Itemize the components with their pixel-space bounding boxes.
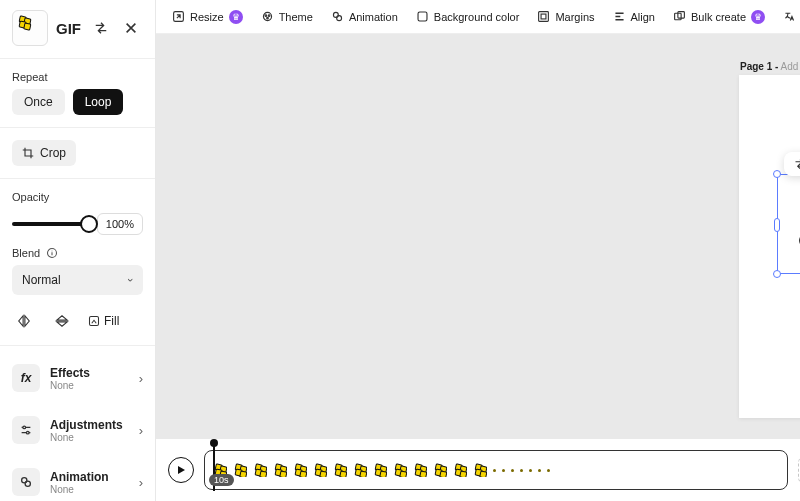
transform-tools: Fill <box>12 309 143 333</box>
blend-value: Normal <box>22 273 61 287</box>
duration-badge: 10s <box>209 474 234 486</box>
effects-sub: None <box>50 380 129 391</box>
background-color-button[interactable]: Background color <box>408 6 528 27</box>
properties-panel: GIF Repeat Once Loop Crop Opacity 100% <box>0 0 156 501</box>
svg-point-6 <box>23 426 26 429</box>
divider <box>0 127 155 128</box>
adjustments-title: Adjustments <box>50 418 129 432</box>
frame-dot[interactable] <box>520 469 523 472</box>
chevron-right-icon: › <box>139 371 143 386</box>
chevron-right-icon: › <box>139 423 143 438</box>
animation-row[interactable]: Animation None › <box>12 462 143 501</box>
flip-horizontal-icon[interactable] <box>12 309 36 333</box>
frame-dot[interactable] <box>538 469 541 472</box>
resize-handle-nw[interactable] <box>773 170 781 178</box>
repeat-loop-button[interactable]: Loop <box>73 89 124 115</box>
margins-button[interactable]: Margins <box>529 6 602 27</box>
frame-dot[interactable] <box>547 469 550 472</box>
gif-thumbnail[interactable] <box>12 10 48 46</box>
adjustments-icon <box>12 416 40 444</box>
resize-handle-sw[interactable] <box>773 270 781 278</box>
frame-thumb[interactable] <box>233 463 247 477</box>
svg-point-7 <box>26 431 29 434</box>
svg-point-9 <box>25 481 30 486</box>
animation-icon <box>12 468 40 496</box>
divider <box>0 58 155 59</box>
effects-icon: fx <box>12 364 40 392</box>
flip-vertical-icon[interactable] <box>50 309 74 333</box>
frames-track[interactable]: 10s <box>204 450 788 490</box>
frame-thumb[interactable] <box>313 463 327 477</box>
resize-handle-w[interactable] <box>774 218 780 232</box>
opacity-slider[interactable] <box>12 222 89 226</box>
crop-button[interactable]: Crop <box>12 140 76 166</box>
effects-title: Effects <box>50 366 129 380</box>
frame-thumb[interactable] <box>293 463 307 477</box>
opacity-slider-knob[interactable] <box>80 215 98 233</box>
canvas[interactable]: Page 1 - Add title <box>156 34 800 439</box>
bulk-create-button[interactable]: Bulk create ♛ <box>665 6 773 28</box>
selection-toolbar: Replace <box>784 152 800 176</box>
info-icon[interactable] <box>46 247 58 259</box>
frame-dot[interactable] <box>493 469 496 472</box>
play-button[interactable] <box>168 457 194 483</box>
blend-label: Blend <box>12 247 40 259</box>
svg-point-14 <box>266 17 268 19</box>
svg-rect-17 <box>418 12 427 21</box>
gif-object[interactable] <box>778 175 800 275</box>
divider <box>0 178 155 179</box>
svg-point-12 <box>265 15 267 17</box>
translate-button[interactable]: Translate NEW <box>775 6 800 28</box>
blend-section: Blend Normal › <box>12 247 143 295</box>
timeline: 10s + Add scene <box>156 439 800 501</box>
frame-thumb[interactable] <box>453 463 467 477</box>
frame-dot[interactable] <box>529 469 532 472</box>
frame-thumb[interactable] <box>373 463 387 477</box>
animation-title: Animation <box>50 470 129 484</box>
svg-rect-19 <box>541 14 546 19</box>
animation-button[interactable]: Animation <box>323 6 406 27</box>
resize-button[interactable]: Resize ♛ <box>164 6 251 28</box>
close-icon[interactable] <box>119 16 143 40</box>
opacity-label: Opacity <box>12 191 143 203</box>
frame-thumb[interactable] <box>273 463 287 477</box>
repeat-once-button[interactable]: Once <box>12 89 65 115</box>
svg-point-16 <box>337 16 342 21</box>
opacity-section: Opacity 100% <box>12 191 143 235</box>
swap-icon[interactable] <box>89 16 113 40</box>
chevron-right-icon: › <box>139 475 143 490</box>
fill-button[interactable]: Fill <box>88 309 119 333</box>
blend-select[interactable]: Normal › <box>12 265 143 295</box>
replace-button[interactable]: Replace <box>790 156 800 172</box>
animation-sub: None <box>50 484 129 495</box>
fill-label: Fill <box>104 314 119 328</box>
frame-dot[interactable] <box>511 469 514 472</box>
page-label[interactable]: Page 1 - Add title <box>740 61 800 72</box>
repeat-label: Repeat <box>12 71 143 83</box>
frame-thumb[interactable] <box>433 463 447 477</box>
panel-header: GIF <box>12 10 143 46</box>
frame-thumb[interactable] <box>333 463 347 477</box>
crown-icon: ♛ <box>751 10 765 24</box>
svg-rect-18 <box>539 12 549 22</box>
adjustments-sub: None <box>50 432 129 443</box>
frame-thumb[interactable] <box>413 463 427 477</box>
frame-dot[interactable] <box>502 469 505 472</box>
align-button[interactable]: Align <box>605 6 663 27</box>
crop-label: Crop <box>40 146 66 160</box>
theme-button[interactable]: Theme <box>253 6 321 27</box>
frame-thumb[interactable] <box>473 463 487 477</box>
crown-icon: ♛ <box>229 10 243 24</box>
svg-point-13 <box>268 15 270 17</box>
chevron-down-icon: › <box>125 278 137 282</box>
frame-thumb[interactable] <box>353 463 367 477</box>
top-toolbar: Resize ♛ Theme Animation Background colo… <box>156 0 800 34</box>
opacity-value[interactable]: 100% <box>97 213 143 235</box>
main-area: Resize ♛ Theme Animation Background colo… <box>156 0 800 501</box>
adjustments-row[interactable]: Adjustments None › <box>12 410 143 450</box>
selection-box[interactable] <box>777 174 800 274</box>
divider <box>0 345 155 346</box>
frame-thumb[interactable] <box>253 463 267 477</box>
effects-row[interactable]: fx Effects None › <box>12 358 143 398</box>
frame-thumb[interactable] <box>393 463 407 477</box>
